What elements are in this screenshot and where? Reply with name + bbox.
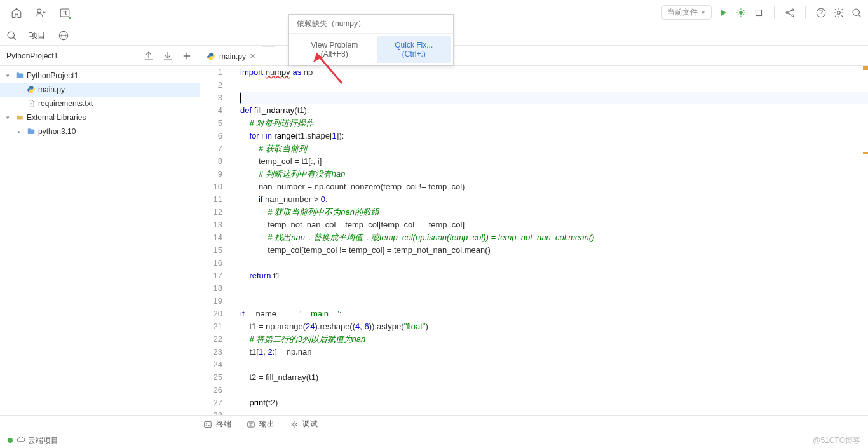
tree-folder-extlib[interactable]: ▾External Libraries (0, 111, 200, 125)
run-icon[interactable] (717, 6, 729, 19)
stop-icon[interactable] (752, 6, 765, 19)
code-content[interactable]: import numpy as np def fill_ndarray(t1):… (235, 66, 868, 415)
svg-rect-14 (248, 421, 255, 426)
svg-rect-13 (205, 421, 212, 427)
warning-marker (863, 66, 868, 70)
chevron-down-icon: ▼ (700, 10, 706, 16)
svg-point-5 (792, 9, 794, 11)
svg-rect-1 (60, 9, 69, 17)
minimap-markers (865, 66, 868, 415)
globe-icon[interactable] (57, 29, 70, 42)
terminal-tab[interactable]: 终端 (203, 419, 231, 430)
tab-label: main.py (219, 52, 246, 61)
editor-area: main.py ✕ 依赖缺失（numpy） View Problem (Alt+… (200, 46, 868, 415)
main-area: PythonProject1 ▾PythonProject1 main.py r… (0, 46, 868, 415)
add-icon[interactable] (180, 50, 193, 62)
download-icon[interactable] (161, 50, 174, 62)
tree-file-main[interactable]: main.py (0, 83, 200, 97)
sidebar-header: PythonProject1 (0, 46, 200, 66)
svg-rect-3 (756, 10, 762, 15)
code-editor[interactable]: 1234567891011121314151617181920212223242… (200, 66, 868, 415)
status-cloud[interactable]: 云端项目 (28, 435, 58, 446)
share-icon[interactable] (783, 6, 796, 19)
tree-folder-python[interactable]: ▸python3.10 (0, 125, 200, 139)
svg-point-8 (837, 11, 841, 14)
separator (805, 6, 806, 19)
chevron-right-icon: ▸ (18, 128, 24, 135)
quick-fix-button[interactable]: Quick Fix... (Ctrl+.) (377, 36, 451, 63)
svg-point-6 (792, 15, 794, 17)
upload-icon[interactable] (142, 50, 155, 62)
search-icon[interactable] (850, 6, 863, 19)
bottom-label: 终端 (216, 419, 231, 430)
help-icon[interactable] (815, 6, 827, 19)
project-name: PythonProject1 (6, 51, 58, 60)
file-tree: ▾PythonProject1 main.py requirements.txt… (0, 66, 200, 415)
tab-secondary[interactable] (262, 46, 275, 65)
svg-point-10 (8, 32, 15, 39)
tree-label: PythonProject1 (27, 71, 78, 80)
tree-folder-root[interactable]: ▾PythonProject1 (0, 69, 200, 83)
warning-marker (863, 152, 868, 154)
chevron-down-icon: ▾ (6, 114, 13, 121)
separator (774, 6, 775, 19)
search-icon[interactable] (5, 29, 18, 42)
debug-tab[interactable]: 调试 (290, 419, 318, 430)
svg-point-9 (853, 9, 860, 16)
bottom-label: 输出 (259, 419, 275, 430)
scope-label: 当前文件 (667, 7, 698, 18)
sidebar: PythonProject1 ▾PythonProject1 main.py r… (0, 46, 200, 415)
tree-label: main.py (38, 85, 65, 94)
svg-point-0 (37, 9, 41, 13)
chevron-down-icon: ▾ (6, 72, 13, 79)
view-problem-button[interactable]: View Problem (Alt+F8) (292, 36, 377, 63)
tree-file-requirements[interactable]: requirements.txt (0, 97, 200, 111)
project-label: 项目 (29, 30, 46, 41)
svg-point-4 (786, 11, 788, 13)
tree-label: python3.10 (38, 127, 76, 136)
tab-main-py[interactable]: main.py ✕ (200, 46, 262, 65)
debug-run-icon[interactable] (735, 6, 747, 19)
add-user-icon[interactable] (34, 6, 47, 19)
scope-dropdown[interactable]: 当前文件▼ (661, 5, 712, 20)
line-gutter: 1234567891011121314151617181920212223242… (200, 66, 235, 415)
watermark: @51CTO博客 (813, 435, 860, 446)
problem-tooltip: 依赖缺失（numpy） View Problem (Alt+F8) Quick … (288, 14, 454, 66)
home-icon[interactable] (10, 6, 23, 19)
svg-point-2 (740, 11, 743, 14)
status-bar: 云端项目 @51CTO博客 (0, 433, 868, 448)
bottom-label: 调试 (302, 419, 318, 430)
tooltip-title: 依赖缺失（numpy） (289, 15, 453, 34)
status-dot (8, 438, 13, 443)
close-icon[interactable]: ✕ (250, 52, 255, 60)
svg-point-15 (293, 423, 296, 426)
output-tab[interactable]: 输出 (247, 419, 275, 430)
bottom-panel-tabs: 终端 输出 调试 (0, 415, 868, 433)
gear-icon[interactable] (832, 6, 845, 19)
tree-label: requirements.txt (38, 99, 93, 108)
pi-icon[interactable] (58, 6, 71, 19)
tree-label: External Libraries (27, 113, 86, 122)
